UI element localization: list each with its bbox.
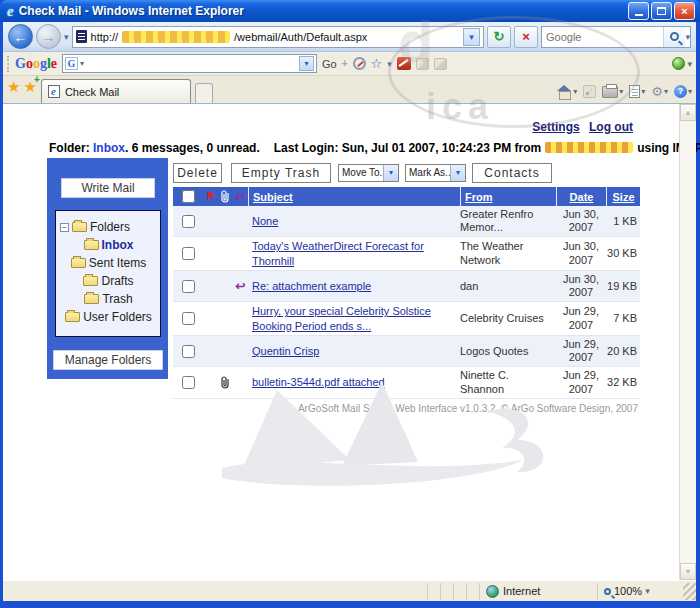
sidebar-item-sent-items[interactable]: Sent Items: [60, 256, 157, 270]
tools-menu-button[interactable]: ⚙▾: [651, 85, 668, 98]
print-button[interactable]: ▾: [602, 84, 623, 98]
row-checkbox[interactable]: [182, 376, 195, 389]
bookmark-dropdown[interactable]: ▾: [387, 59, 392, 69]
row-checkbox[interactable]: [182, 215, 195, 228]
google-g-dropdown[interactable]: ▾: [80, 59, 84, 68]
write-mail-button[interactable]: Write Mail: [61, 178, 155, 198]
message-from: dan: [460, 280, 556, 293]
stop-button[interactable]: ×: [514, 26, 538, 48]
tree-root-folders[interactable]: − Folders: [60, 220, 157, 234]
compass-icon[interactable]: [353, 57, 366, 70]
search-options-dropdown[interactable]: ▾: [685, 32, 690, 42]
forward-button[interactable]: →: [36, 24, 61, 49]
sort-by-date[interactable]: Date: [570, 191, 594, 203]
window-titlebar[interactable]: e Check Mail - Windows Internet Explorer…: [0, 0, 700, 22]
popup-blocker-icon[interactable]: [397, 57, 411, 70]
tools-dropdown[interactable]: ▾: [664, 87, 668, 96]
bookmark-star-icon[interactable]: ☆: [371, 56, 383, 71]
current-folder-link[interactable]: Inbox: [93, 141, 125, 155]
history-dropdown[interactable]: ▾: [64, 32, 69, 42]
empty-trash-button[interactable]: Empty Trash: [231, 163, 331, 183]
toolbar-grip[interactable]: [7, 56, 10, 72]
minimize-button[interactable]: [628, 2, 649, 20]
zoom-dropdown[interactable]: ▾: [645, 586, 650, 596]
browser-search-box[interactable]: ▾: [541, 26, 691, 48]
tab-favicon: [48, 85, 60, 98]
table-row: Hurry, your special Celebrity Solstice B…: [173, 302, 640, 336]
row-checkbox[interactable]: [182, 312, 195, 325]
logout-link[interactable]: Log out: [589, 120, 633, 134]
help-dropdown[interactable]: ▾: [688, 87, 692, 96]
feeds-button[interactable]: [583, 85, 596, 98]
collapse-icon[interactable]: −: [60, 223, 69, 232]
message-date: Jun 29, 2007: [556, 338, 606, 364]
mail-panel: Delete Empty Trash Move To... ▾ Mark As.…: [173, 162, 640, 414]
google-go-button[interactable]: Go: [322, 58, 337, 70]
url-scheme: http://: [91, 31, 119, 43]
row-checkbox[interactable]: [182, 247, 195, 260]
tab-check-mail[interactable]: Check Mail: [41, 79, 191, 103]
forward-icon: →: [42, 29, 56, 45]
zoom-control[interactable]: 100% ▾: [597, 583, 683, 600]
home-dropdown[interactable]: ▾: [573, 87, 577, 96]
move-to-select[interactable]: Move To... ▾: [338, 164, 399, 182]
folder-label: Sent Items: [89, 256, 146, 270]
row-checkbox[interactable]: [182, 280, 195, 293]
address-dropdown-button[interactable]: ▾: [463, 28, 480, 46]
vertical-scrollbar[interactable]: ▲ ▼: [679, 104, 696, 580]
table-row: Quentin Crisp Logos Quotes Jun 29, 2007 …: [173, 336, 640, 367]
page-dropdown[interactable]: ▾: [641, 87, 645, 96]
page-favicon: [76, 30, 87, 43]
page-icon: [629, 85, 640, 98]
refresh-button[interactable]: ↻: [487, 26, 511, 48]
message-subject-link[interactable]: bulletin-3544d.pdf attached: [252, 375, 385, 389]
attachment-column-icon[interactable]: [218, 187, 233, 206]
flag-column-icon[interactable]: ⚑: [203, 187, 218, 206]
message-subject-link[interactable]: Re: attachment example: [252, 279, 371, 293]
back-button[interactable]: ←: [8, 24, 33, 49]
google-search-field[interactable]: G ▾ ▾: [62, 54, 317, 73]
sidebar-item-inbox[interactable]: Inbox: [60, 238, 157, 252]
settings-link[interactable]: Settings: [532, 120, 579, 134]
sidebar-item-drafts[interactable]: Drafts: [60, 274, 157, 288]
row-checkbox[interactable]: [182, 345, 195, 358]
manage-folders-button[interactable]: Manage Folders: [53, 350, 163, 370]
maximize-button[interactable]: [651, 2, 672, 20]
message-size: 32 KB: [606, 376, 640, 389]
message-subject-link[interactable]: None: [252, 214, 278, 228]
close-button[interactable]: ×: [674, 2, 695, 20]
folder-icon: [65, 312, 80, 322]
message-date: Jun 30, 2007: [556, 273, 606, 299]
page-menu-button[interactable]: ▾: [629, 85, 645, 98]
help-menu-button[interactable]: ?▾: [674, 85, 692, 98]
favorites-center-icon[interactable]: ★: [7, 78, 20, 96]
reply-column-icon[interactable]: ↩: [233, 187, 248, 206]
toolbar-status-dropdown[interactable]: ▾: [687, 59, 692, 69]
select-all-checkbox[interactable]: [182, 190, 195, 203]
sidebar-item-trash[interactable]: Trash: [60, 292, 157, 306]
message-subject-link[interactable]: Hurry, your special Celebrity Solstice B…: [252, 304, 454, 333]
new-tab-button[interactable]: [195, 83, 213, 103]
mark-as-select[interactable]: Mark As.. ▾: [405, 164, 466, 182]
message-subject-link[interactable]: Today's WeatherDirect Forecast for Thorn…: [252, 239, 454, 268]
message-subject-link[interactable]: Quentin Crisp: [252, 344, 319, 358]
toolbar-status-icon[interactable]: [672, 57, 685, 70]
sort-by-size[interactable]: Size: [612, 191, 634, 203]
search-button[interactable]: [663, 27, 685, 47]
add-favorite-icon[interactable]: ★: [23, 78, 36, 96]
print-dropdown[interactable]: ▾: [619, 87, 623, 96]
sidebar-item-user-folders[interactable]: User Folders: [60, 310, 157, 324]
scroll-up-button[interactable]: ▲: [680, 104, 696, 121]
delete-button[interactable]: Delete: [173, 163, 222, 183]
search-input[interactable]: [542, 31, 663, 43]
sort-by-subject[interactable]: Subject: [253, 191, 293, 203]
address-bar[interactable]: http:///webmail/Auth/Default.aspx ▾: [72, 26, 484, 48]
table-row: Today's WeatherDirect Forecast for Thorn…: [173, 237, 640, 271]
resize-grip[interactable]: [683, 583, 696, 600]
google-history-dropdown[interactable]: ▾: [299, 56, 314, 71]
home-button[interactable]: ▾: [557, 85, 577, 98]
scroll-down-button[interactable]: ▼: [680, 563, 696, 580]
contacts-button[interactable]: Contacts: [472, 163, 552, 183]
message-date: Jun 30, 2007: [556, 208, 606, 234]
sort-by-from[interactable]: From: [465, 191, 493, 203]
